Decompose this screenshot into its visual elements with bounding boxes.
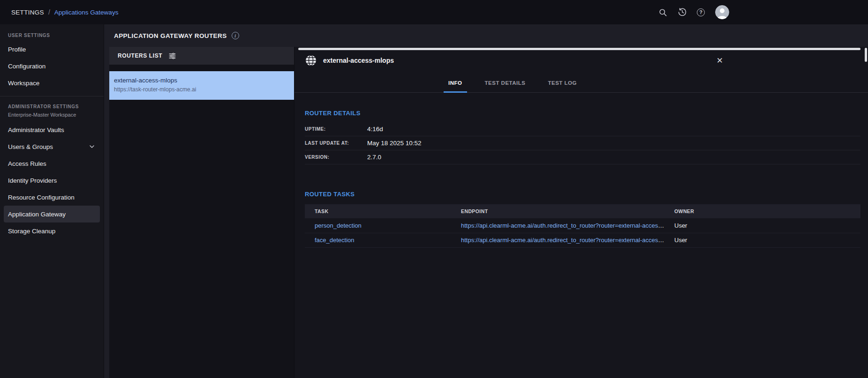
detail-row-label: VERSION: (305, 155, 367, 160)
detail-header: external-access-mlops ✕ (294, 47, 731, 74)
detail-row-last-update: LAST UPDATE AT: May 18 2025 10:52 (305, 136, 860, 150)
tab-info[interactable]: INFO (444, 74, 467, 93)
router-list-item[interactable]: external-access-mlops https://task-route… (109, 71, 294, 100)
help-icon[interactable]: ? (697, 8, 705, 16)
table-row: person_detection https://api.clearml-acm… (305, 218, 860, 233)
history-icon[interactable] (677, 7, 687, 17)
task-link[interactable]: person_detection (315, 222, 362, 229)
router-url: https://task-router-mlops-acme.ai (114, 86, 289, 93)
routers-list-header: ROUTERS LIST (109, 47, 294, 65)
sidebar-item-label: Identity Providers (8, 177, 57, 184)
tab-test-details[interactable]: TEST DETAILS (480, 74, 530, 93)
sidebar-item-access-rules[interactable]: Access Rules (4, 155, 100, 172)
owner-value: User (674, 237, 687, 244)
filter-icon[interactable] (168, 52, 176, 60)
sidebar-item-label: Administrator Vaults (8, 126, 64, 133)
column-header-owner: OWNER (670, 204, 860, 218)
close-icon[interactable]: ✕ (717, 57, 723, 65)
settings-sidebar: USER SETTINGS Profile Configuration Work… (0, 24, 104, 378)
detail-row-label: LAST UPDATE AT: (305, 141, 367, 146)
sidebar-item-profile[interactable]: Profile (4, 41, 100, 58)
topbar-actions: ? (657, 5, 729, 19)
chevron-down-icon (88, 143, 96, 150)
sidebar-item-workspace[interactable]: Workspace (4, 74, 100, 91)
administrator-settings-label: ADMINISTRATOR SETTINGS (0, 101, 104, 112)
sidebar-divider (0, 96, 104, 96)
sidebar-item-label: Application Gateway (8, 211, 66, 218)
routed-tasks-heading: ROUTED TASKS (305, 191, 860, 198)
sidebar-item-administrator-vaults[interactable]: Administrator Vaults (4, 121, 100, 138)
sidebar-item-application-gateway[interactable]: Application Gateway (4, 206, 100, 222)
sidebar-item-configuration[interactable]: Configuration (4, 58, 100, 74)
router-detail-panel: external-access-mlops ✕ INFO TEST DETAIL… (294, 47, 868, 378)
vertical-scrollbar[interactable] (865, 48, 867, 62)
detail-row-value: May 18 2025 10:52 (367, 140, 422, 147)
detail-title: external-access-mlops (323, 57, 394, 64)
detail-row-label: UPTIME: (305, 126, 367, 132)
user-settings-label: USER SETTINGS (0, 30, 104, 41)
sidebar-item-users-groups[interactable]: Users & Groups (4, 138, 100, 155)
top-bar: SETTINGS / Applications Gateways ? (0, 0, 868, 24)
router-details-rows: UPTIME: 4:16d LAST UPDATE AT: May 18 202… (305, 122, 860, 164)
search-icon[interactable] (657, 7, 668, 17)
endpoint-link[interactable]: https://api.clearml-acme.ai/auth.redirec… (461, 222, 670, 229)
endpoint-link[interactable]: https://api.clearml-acme.ai/auth.redirec… (461, 237, 670, 244)
detail-body: ROUTER DETAILS UPTIME: 4:16d LAST UPDATE… (294, 93, 868, 378)
admin-workspace-label: Enterprise-Master Workspace (0, 112, 104, 121)
routed-tasks-table: TASK ENDPOINT OWNER person_detection htt… (305, 204, 860, 248)
sidebar-item-label: Resource Configuration (8, 194, 75, 201)
breadcrumb-separator: / (48, 8, 50, 16)
breadcrumb-settings[interactable]: SETTINGS (11, 9, 44, 16)
detail-row-value: 4:16d (367, 126, 383, 133)
app-root: SETTINGS / Applications Gateways ? (0, 0, 868, 378)
info-icon[interactable]: i (232, 32, 239, 39)
router-details-heading: ROUTER DETAILS (305, 110, 860, 117)
tab-test-log[interactable]: TEST LOG (543, 74, 581, 93)
column-header-endpoint: ENDPOINT (456, 204, 670, 218)
sidebar-item-resource-configuration[interactable]: Resource Configuration (4, 189, 100, 206)
task-link[interactable]: face_detection (315, 237, 355, 244)
sidebar-item-label: Profile (8, 46, 26, 53)
content-panels: ROUTERS LIST external-access-mlops https… (104, 47, 868, 378)
detail-row-version: VERSION: 2.7.0 (305, 150, 860, 164)
page-header: APPLICATION GATEWAY ROUTERS i (104, 24, 868, 47)
breadcrumb: SETTINGS / Applications Gateways (11, 8, 118, 16)
sidebar-item-label: Configuration (8, 63, 45, 70)
router-name: external-access-mlops (114, 77, 289, 84)
detail-tabs: INFO TEST DETAILS TEST LOG (294, 74, 868, 93)
detail-row-uptime: UPTIME: 4:16d (305, 122, 860, 136)
sidebar-item-identity-providers[interactable]: Identity Providers (4, 172, 100, 189)
sidebar-item-label: Workspace (8, 80, 39, 87)
sidebar-item-label: Users & Groups (8, 143, 53, 150)
sidebar-item-label: Storage Cleanup (8, 228, 55, 235)
routers-list-title: ROUTERS LIST (118, 52, 162, 59)
column-header-task: TASK (305, 204, 456, 218)
horizontal-scrollbar[interactable] (298, 48, 860, 50)
table-header-row: TASK ENDPOINT OWNER (305, 204, 860, 218)
main-area: APPLICATION GATEWAY ROUTERS i ROUTERS LI… (104, 24, 868, 378)
globe-icon (305, 54, 317, 67)
owner-value: User (674, 222, 687, 229)
user-avatar-icon[interactable] (715, 5, 729, 19)
breadcrumb-current: Applications Gateways (54, 9, 119, 16)
detail-row-value: 2.7.0 (367, 154, 381, 161)
page-title: APPLICATION GATEWAY ROUTERS (114, 32, 227, 39)
table-row: face_detection https://api.clearml-acme.… (305, 233, 860, 247)
sidebar-item-label: Access Rules (8, 160, 46, 167)
sidebar-item-storage-cleanup[interactable]: Storage Cleanup (4, 222, 100, 239)
routers-list-panel: ROUTERS LIST external-access-mlops https… (109, 47, 294, 378)
